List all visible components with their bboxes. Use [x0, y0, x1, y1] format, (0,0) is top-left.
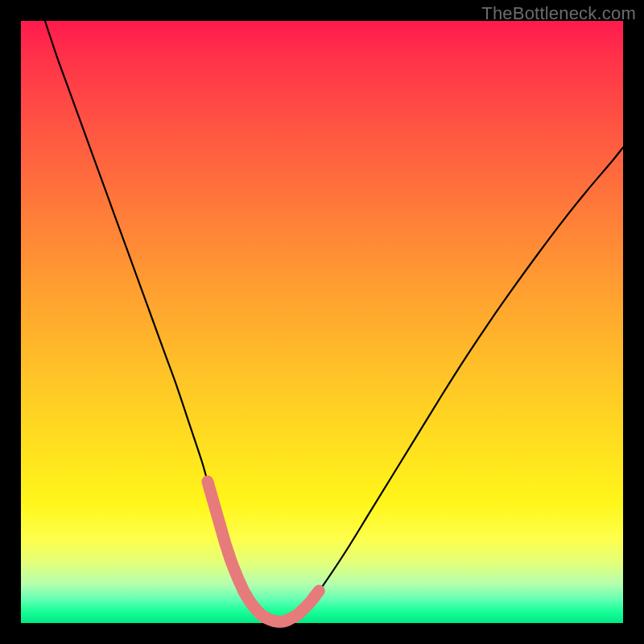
chart-frame: TheBottleneck.com [0, 0, 644, 644]
curve-svg [21, 21, 623, 623]
marker-right-slope [289, 591, 319, 619]
marker-bottom-valley [229, 554, 289, 621]
watermark-text: TheBottleneck.com [481, 3, 636, 24]
plot-area [21, 21, 623, 623]
bottleneck-curve [45, 21, 623, 622]
marker-left-slope [208, 481, 229, 554]
